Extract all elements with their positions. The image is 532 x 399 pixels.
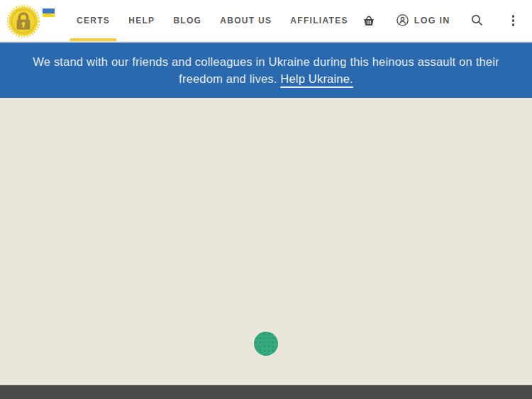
chat-widget-loading-circle[interactable] — [254, 332, 278, 356]
banner-message: We stand with our friends and colleagues… — [33, 55, 499, 85]
kebab-menu-icon[interactable] — [511, 13, 516, 27]
ukraine-flag-icon — [43, 9, 55, 17]
top-navigation-bar: CERTS HELP BLOG ABOUT US AFFILIATES LOG … — [0, 0, 532, 41]
nav-item-affiliates[interactable]: AFFILIATES — [281, 0, 357, 41]
ukraine-support-banner: We stand with our friends and colleagues… — [0, 43, 532, 98]
padlock-coin-logo-icon[interactable] — [7, 5, 40, 38]
header-actions: LOG IN — [362, 13, 516, 27]
help-ukraine-link[interactable]: Help Ukraine. — [280, 72, 353, 85]
main-nav: CERTS HELP BLOG ABOUT US AFFILIATES — [67, 0, 358, 41]
basket-icon — [362, 15, 375, 26]
nav-item-help[interactable]: HELP — [119, 0, 164, 41]
account-circle-icon — [397, 14, 409, 26]
search-button[interactable] — [471, 14, 483, 26]
footer-bar — [0, 385, 532, 399]
login-label: LOG IN — [414, 16, 450, 26]
login-button[interactable]: LOG IN — [397, 14, 450, 26]
magnifier-icon — [471, 14, 483, 26]
banner-text: We stand with our friends and colleagues… — [18, 53, 514, 87]
cart-button[interactable] — [362, 15, 375, 26]
nav-item-certs[interactable]: CERTS — [67, 0, 119, 41]
nav-item-blog[interactable]: BLOG — [164, 0, 211, 41]
page-content-area — [0, 98, 532, 385]
nav-item-about-us[interactable]: ABOUT US — [211, 0, 281, 41]
